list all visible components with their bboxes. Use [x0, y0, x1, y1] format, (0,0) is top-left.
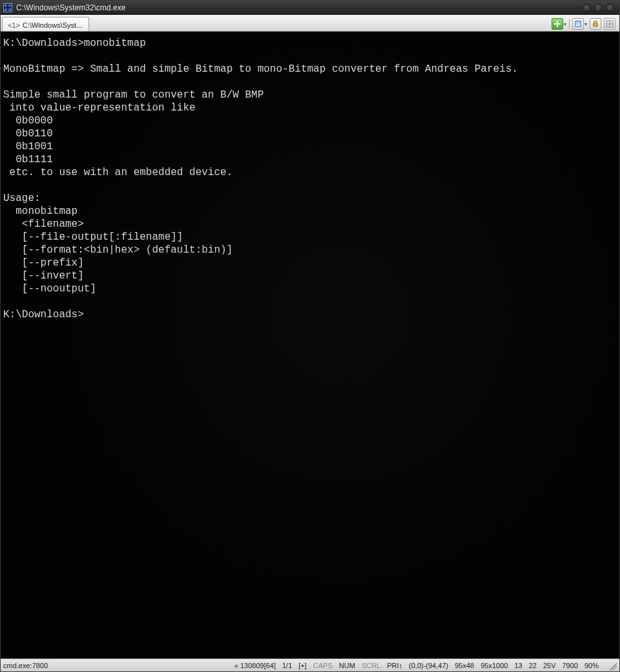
tab-index: <1>	[8, 21, 20, 29]
tab-toolbar: ▾ ▾	[552, 18, 618, 31]
status-v4: 7900	[562, 662, 577, 669]
terminal-line: 0b1001	[3, 140, 617, 153]
terminal-line: [--nooutput]	[3, 282, 617, 295]
view-layout-button[interactable]	[572, 18, 584, 30]
terminal-line: MonoBitmap => Small and simple Bitmap to…	[3, 63, 617, 76]
terminal-line: <filename>	[3, 218, 617, 231]
grid-view-button[interactable]	[604, 18, 615, 30]
status-caps: CAPS	[313, 662, 333, 669]
tab-active[interactable]: <1> C:\Windows\Syst...	[2, 17, 89, 31]
svg-rect-3	[5, 8, 7, 11]
status-scrollmode[interactable]: [+]	[298, 662, 307, 669]
terminal-line	[3, 179, 617, 192]
status-num: NUM	[339, 662, 355, 669]
status-bar: cmd.exe:7800 « 130809[64] 1/1 [+] CAPS N…	[1, 658, 619, 671]
window-controls	[583, 4, 614, 12]
terminal-line	[3, 50, 617, 63]
svg-rect-4	[8, 8, 11, 11]
terminal-line: etc. to use with an embedded device.	[3, 166, 617, 179]
terminal-line: Usage:	[3, 192, 617, 205]
cmd-app-icon	[3, 3, 12, 12]
status-selection: (0,0)-(94,47)	[409, 662, 448, 669]
status-bufsize: 95x1000	[480, 662, 508, 669]
terminal-line: 0b0000	[3, 114, 617, 127]
svg-rect-5	[594, 23, 598, 26]
titlebar[interactable]: C:\Windows\System32\cmd.exe	[1, 1, 619, 15]
status-process: cmd.exe:7800	[3, 662, 48, 669]
status-pct: 90%	[584, 662, 599, 669]
terminal-line: monobitmap	[3, 205, 617, 218]
lock-button[interactable]	[590, 18, 601, 30]
terminal-line: Simple small program to convert an B/W B…	[3, 89, 617, 101]
maximize-button[interactable]	[595, 4, 603, 12]
dropdown-icon[interactable]: ▾	[584, 21, 587, 27]
status-v1: 13	[514, 662, 522, 669]
terminal-line: K:\Downloads>monobitmap	[3, 37, 617, 50]
terminal-line: [--prefix]	[3, 257, 617, 269]
terminal-line: [--invert]	[3, 269, 617, 282]
window-title: C:\Windows\System32\cmd.exe	[16, 3, 583, 12]
resize-grip-icon[interactable]	[608, 661, 617, 670]
terminal-line	[3, 295, 617, 308]
tab-bar: <1> C:\Windows\Syst... ▾ ▾	[1, 15, 619, 32]
status-pages: 1/1	[282, 662, 292, 669]
toolbar-separator	[569, 19, 570, 29]
close-button[interactable]	[606, 4, 614, 12]
status-bytes: « 130809[64]	[234, 662, 276, 669]
tab-label: C:\Windows\Syst...	[23, 21, 82, 29]
status-v2: 22	[529, 662, 537, 669]
minimize-button[interactable]	[583, 4, 591, 12]
svg-rect-2	[8, 5, 11, 7]
terminal-line	[3, 76, 617, 89]
terminal-line: 0b0110	[3, 127, 617, 140]
terminal-line: 0b1111	[3, 153, 617, 166]
status-v3: 25V	[543, 662, 556, 669]
svg-rect-1	[5, 5, 7, 7]
add-tab-button[interactable]	[552, 18, 563, 30]
terminal-output[interactable]: K:\Downloads>monobitmap MonoBitmap => Sm…	[1, 32, 619, 658]
app-window: C:\Windows\System32\cmd.exe <1> C:\Windo…	[0, 0, 620, 672]
status-pri[interactable]: PRI↕	[387, 662, 402, 669]
terminal-line: [--file-output[:filename]]	[3, 231, 617, 244]
status-winsize: 95x48	[455, 662, 474, 669]
terminal-line: [--format:<bin|hex> (default:bin)]	[3, 244, 617, 257]
terminal-line: into value-representation like	[3, 101, 617, 114]
dropdown-icon[interactable]: ▾	[564, 21, 566, 27]
terminal-line: K:\Downloads>	[3, 308, 617, 321]
status-scrl: SCRL	[362, 662, 380, 669]
